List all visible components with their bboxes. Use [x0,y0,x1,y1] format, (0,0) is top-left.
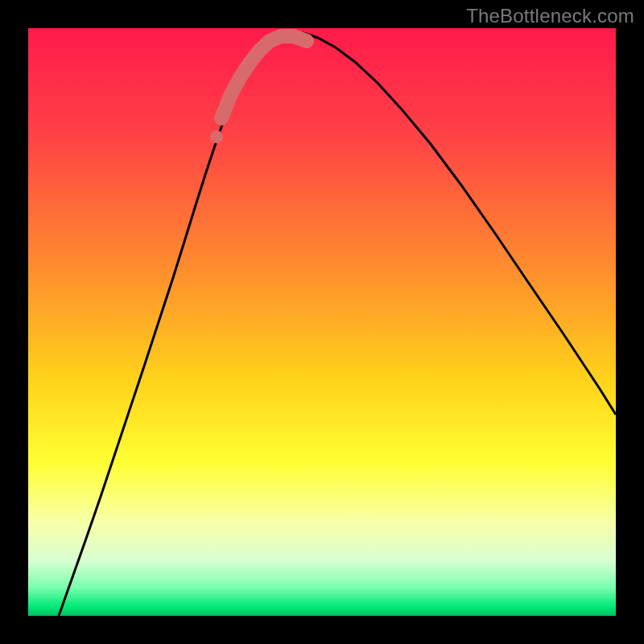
watermark-text: TheBottleneck.com [466,5,634,27]
chart-svg [28,28,616,616]
highlight-dot [210,130,223,143]
gradient-background [28,28,616,616]
chart-frame: TheBottleneck.com [0,0,644,644]
plot-area [28,28,616,616]
